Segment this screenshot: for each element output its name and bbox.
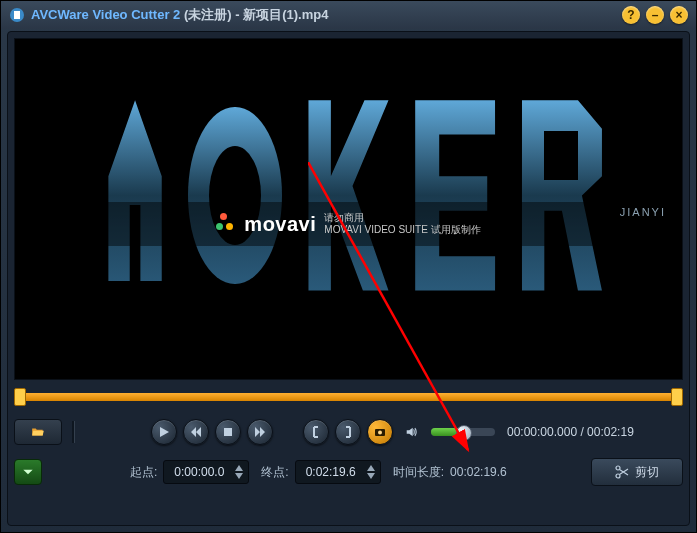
watermark-brand: movavi xyxy=(244,213,316,236)
scissors-icon xyxy=(615,465,629,479)
end-step-up[interactable] xyxy=(366,464,376,472)
minimize-button[interactable]: – xyxy=(646,6,664,24)
end-label: 终点: xyxy=(261,464,288,481)
timeline[interactable] xyxy=(14,384,683,410)
file-name: 新项目(1).mp4 xyxy=(243,7,328,22)
timeline-handle-start[interactable] xyxy=(14,388,26,406)
volume-thumb[interactable] xyxy=(456,425,472,441)
start-step-down[interactable] xyxy=(234,472,244,480)
bracket-start-icon xyxy=(310,426,322,438)
caret-down-icon xyxy=(235,473,243,479)
end-time-field[interactable]: 0:02:19.6 xyxy=(295,460,381,484)
step-back-icon xyxy=(190,426,202,438)
time-sep: / xyxy=(577,425,587,439)
svg-rect-2 xyxy=(224,428,232,436)
time-current: 00:00:00.000 xyxy=(507,425,577,439)
playback-controls: 00:00:00.000 / 00:02:19 xyxy=(14,416,683,448)
time-display: 00:00:00.000 / 00:02:19 xyxy=(507,425,634,439)
snapshot-button[interactable] xyxy=(367,419,393,445)
timeline-handle-end[interactable] xyxy=(671,388,683,406)
cut-button-label: 剪切 xyxy=(635,464,659,481)
help-button[interactable]: ? xyxy=(622,6,640,24)
watermark-corner: JIANYI xyxy=(620,206,666,218)
poster-letter-o xyxy=(188,107,281,284)
cut-button[interactable]: 剪切 xyxy=(591,458,683,486)
close-button[interactable]: × xyxy=(670,6,688,24)
titlebar: AVCWare Video Cutter 2 (未注册) - 新项目(1).mp… xyxy=(1,1,696,29)
volume-icon xyxy=(405,426,417,438)
window-title: AVCWare Video Cutter 2 (未注册) - 新项目(1).mp… xyxy=(31,6,622,24)
duration-label: 时间长度: xyxy=(393,464,444,481)
app-icon xyxy=(9,7,25,23)
poster-letter-r xyxy=(522,100,602,290)
step-forward-icon xyxy=(254,426,266,438)
caret-down-icon xyxy=(367,473,375,479)
watermark-logo: movavi xyxy=(216,213,316,236)
poster-letter-j xyxy=(108,100,161,290)
mute-button[interactable] xyxy=(399,420,423,444)
separator xyxy=(72,421,75,443)
svg-point-4 xyxy=(378,431,382,435)
svg-point-6 xyxy=(616,474,620,478)
app-name: AVCWare Video Cutter 2 xyxy=(31,7,180,22)
expand-button[interactable] xyxy=(14,459,42,485)
caret-up-icon xyxy=(235,465,243,471)
poster-letter-e xyxy=(415,100,495,290)
end-step-down[interactable] xyxy=(366,472,376,480)
watermark-sub2: MOVAVI VIDEO SUITE 试用版制作 xyxy=(324,224,480,236)
time-total: 00:02:19 xyxy=(587,425,634,439)
folder-open-icon xyxy=(28,425,48,439)
camera-icon xyxy=(374,426,386,438)
watermark-band: movavi 请勿商用 MOVAVI VIDEO SUITE 试用版制作 xyxy=(15,202,682,246)
caret-up-icon xyxy=(367,465,375,471)
start-time-field[interactable]: 0:00:00.0 xyxy=(163,460,249,484)
chevron-down-icon xyxy=(21,465,35,479)
video-preview[interactable]: movavi 请勿商用 MOVAVI VIDEO SUITE 试用版制作 JIA… xyxy=(14,38,683,380)
next-frame-button[interactable] xyxy=(247,419,273,445)
duration-value: 00:02:19.6 xyxy=(450,465,507,479)
play-button[interactable] xyxy=(151,419,177,445)
bracket-end-icon xyxy=(342,426,354,438)
reg-state: (未注册) xyxy=(184,7,232,22)
content-area: movavi 请勿商用 MOVAVI VIDEO SUITE 试用版制作 JIA… xyxy=(7,31,690,526)
open-file-button[interactable] xyxy=(14,419,62,445)
volume-slider[interactable] xyxy=(431,428,495,436)
stop-button[interactable] xyxy=(215,419,241,445)
movavi-dots-icon xyxy=(216,213,238,235)
play-icon xyxy=(158,426,170,438)
svg-rect-1 xyxy=(14,11,20,19)
app-window: AVCWare Video Cutter 2 (未注册) - 新项目(1).mp… xyxy=(0,0,697,533)
watermark-sub1: 请勿商用 xyxy=(324,212,480,224)
poster-letter-k xyxy=(308,100,388,290)
set-start-button[interactable] xyxy=(303,419,329,445)
start-label: 起点: xyxy=(130,464,157,481)
start-step-up[interactable] xyxy=(234,464,244,472)
prev-frame-button[interactable] xyxy=(183,419,209,445)
start-time-value: 0:00:00.0 xyxy=(168,465,230,479)
timeline-selection xyxy=(18,393,679,401)
cut-parameters-row: 起点: 0:00:00.0 终点: 0:02:19.6 时间长度: 00:02:… xyxy=(14,456,683,488)
title-sep: - xyxy=(235,7,243,22)
stop-icon xyxy=(222,426,234,438)
set-end-button[interactable] xyxy=(335,419,361,445)
end-time-value: 0:02:19.6 xyxy=(300,465,362,479)
svg-point-5 xyxy=(616,466,620,470)
